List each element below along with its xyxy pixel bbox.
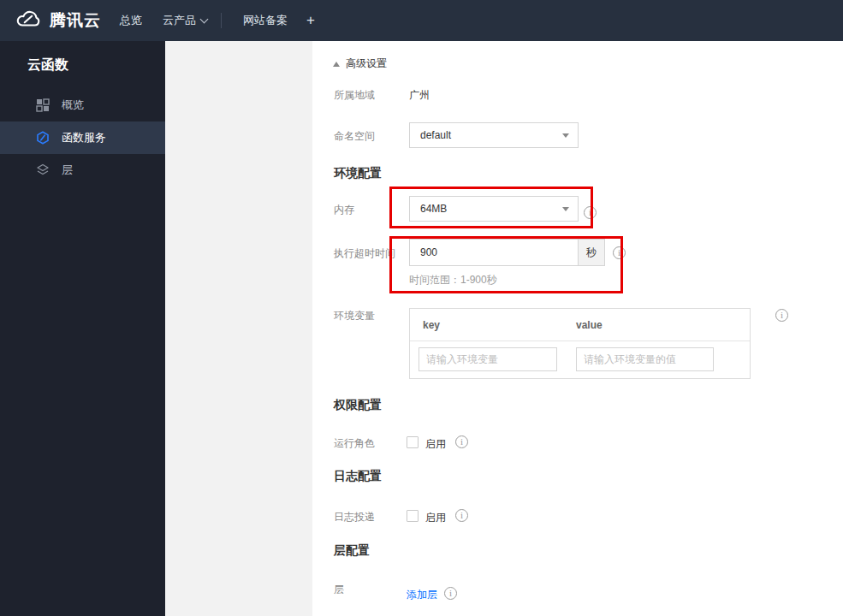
caret-down-icon [562,133,569,138]
perm-config-section-title: 权限配置 [334,398,382,413]
log-delivery-label: 日志投递 [334,510,375,524]
advanced-settings-toggle[interactable]: 高级设置 [333,56,387,71]
function-hexagon-icon [36,131,50,145]
tencent-cloud-logo[interactable]: 腾讯云 [14,8,101,33]
run-role-info-icon[interactable] [455,435,468,448]
main-content: 高级设置 所属地域 广州 命名空间 default 环境配置 内存 64MB 执… [312,41,843,616]
timeout-unit-suffix: 秒 [579,239,605,266]
nav-cloud-products-label: 云产品 [163,14,196,27]
logo-text: 腾讯云 [50,9,101,32]
sidebar-title: 云函数 [27,56,68,74]
timeout-label: 执行超时时间 [334,246,395,261]
add-tab-button[interactable]: + [306,0,315,41]
namespace-select-value: default [420,129,451,141]
log-delivery-enable-label[interactable]: 启用 [425,511,446,525]
env-vars-label: 环境变量 [334,309,375,323]
region-value: 广州 [409,88,430,103]
topbar: 腾讯云 总览 云产品 网站备案 + [0,0,843,41]
region-label: 所属地域 [334,88,375,103]
layer-config-section-title: 层配置 [334,543,370,559]
run-role-enable-label[interactable]: 启用 [425,437,446,452]
namespace-label: 命名空间 [334,129,375,144]
sidebar-item-layers[interactable]: 层 [0,154,165,187]
layer-info-icon[interactable] [444,587,457,600]
sidebar-item-label: 概览 [62,89,84,121]
timeout-input[interactable] [409,239,579,266]
nav-overview[interactable]: 总览 [120,0,142,41]
memory-select-value: 64MB [420,203,447,215]
memory-select[interactable]: 64MB [409,196,579,222]
env-vars-col-value: value [576,309,603,341]
layer-label: 层 [334,583,344,597]
caret-down-icon [562,207,569,211]
env-var-key-input[interactable] [419,347,557,371]
sidebar-item-label: 函数服务 [62,121,106,154]
log-delivery-info-icon[interactable] [455,509,468,522]
sidebar-item-function-service[interactable]: 函数服务 [0,121,165,154]
sidebar-item-label: 层 [62,154,73,187]
run-role-checkbox[interactable] [407,436,419,448]
env-vars-col-key: key [423,309,440,341]
advanced-settings-label: 高级设置 [346,56,387,71]
layers-icon [36,163,50,177]
namespace-select[interactable]: default [409,122,579,148]
env-vars-table-header: key value [410,309,750,341]
add-layer-link[interactable]: 添加层 [407,588,437,602]
memory-label: 内存 [334,203,354,217]
env-vars-info-icon[interactable] [775,309,788,322]
cloud-logo-icon [14,8,43,33]
log-delivery-checkbox[interactable] [407,510,419,522]
grid-icon [36,98,50,112]
sidebar: 云函数 概览 函数服务 层 [0,41,165,616]
sidebar-item-overview[interactable]: 概览 [0,89,165,121]
env-config-section-title: 环境配置 [334,166,382,181]
nav-icp-record[interactable]: 网站备案 [243,0,288,41]
secondary-panel [165,41,312,616]
timeout-info-icon[interactable] [613,246,626,259]
log-config-section-title: 日志配置 [334,469,382,484]
timeout-input-group: 秒 [409,239,605,266]
memory-info-icon[interactable] [584,206,597,219]
run-role-label: 运行角色 [334,436,375,451]
env-vars-table: key value [409,308,751,379]
env-var-value-input[interactable] [576,347,714,371]
timeout-range-hint: 时间范围：1-900秒 [409,273,497,287]
triangle-up-icon [333,62,340,67]
chevron-down-icon [200,15,209,24]
nav-cloud-products[interactable]: 云产品 [163,0,207,41]
nav-divider [221,13,222,28]
